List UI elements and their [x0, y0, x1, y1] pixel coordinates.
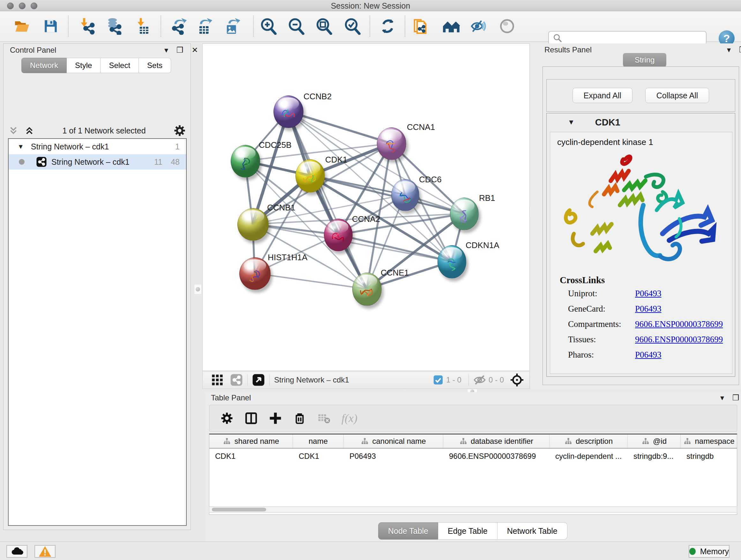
search-field[interactable]: [548, 31, 706, 45]
table-cell[interactable]: cyclin-dependent ...: [549, 449, 628, 464]
crosslink-link[interactable]: P06493: [635, 289, 662, 299]
panel-menu-icon[interactable]: ▾: [727, 45, 731, 54]
share-document-icon[interactable]: [412, 17, 430, 36]
table-cell[interactable]: CDK1: [293, 449, 344, 464]
export-table-icon[interactable]: [195, 17, 213, 36]
network-node-CDK1[interactable]: [295, 159, 325, 192]
zoom-out-icon[interactable]: [287, 17, 306, 36]
collection-expand-icon[interactable]: ▼: [17, 143, 24, 150]
birds-eye-view-icon[interactable]: [252, 374, 265, 386]
edge-CCNB2-CCNA1[interactable]: [288, 111, 391, 143]
tab-node-table[interactable]: Node Table: [378, 522, 438, 540]
expand-all-icon[interactable]: [24, 125, 35, 136]
panel-float-icon[interactable]: ❒: [732, 393, 739, 402]
tab-edge-table[interactable]: Edge Table: [438, 522, 497, 540]
crosslink-link[interactable]: P06493: [635, 350, 662, 360]
string-view-icon[interactable]: [230, 374, 243, 386]
network-node-CCNE1[interactable]: [352, 273, 382, 306]
zoom-selected-icon[interactable]: [343, 17, 361, 36]
network-node-CDC6[interactable]: [391, 179, 419, 211]
cloud-button[interactable]: [6, 545, 27, 558]
table-settings-gear-icon[interactable]: [220, 412, 233, 425]
column-header-namespace[interactable]: namespace: [681, 435, 737, 448]
table-cell[interactable]: P06493: [344, 449, 443, 464]
left-splitter-handle[interactable]: [194, 284, 202, 294]
function-builder-icon-disabled[interactable]: f(x): [341, 412, 357, 425]
crosslink-link[interactable]: P06493: [635, 304, 662, 314]
column-header-canonical-name[interactable]: canonical name: [344, 435, 443, 448]
table-horizontal-scrollbar[interactable]: [209, 506, 737, 513]
tab-network-table[interactable]: Network Table: [497, 522, 567, 540]
network-node-CCNA1[interactable]: [377, 127, 406, 160]
gear-icon[interactable]: [173, 124, 186, 137]
column-header-shared-name[interactable]: shared name: [209, 435, 293, 448]
expand-all-button[interactable]: Expand All: [572, 88, 632, 103]
network-canvas[interactable]: CCNB2CCNA1CDC25BCDK1CDC6RB1CCNB1CCNA2CDK…: [202, 44, 530, 371]
crosshair-icon[interactable]: [510, 373, 524, 387]
table-cell[interactable]: CDK1: [209, 449, 293, 464]
network-node-CCNB1[interactable]: [238, 208, 269, 241]
save-session-icon[interactable]: [42, 17, 60, 36]
network-node-HIST1H1A[interactable]: [239, 257, 271, 290]
import-table-file-icon[interactable]: [134, 17, 152, 36]
tab-style[interactable]: Style: [67, 58, 100, 73]
crosslink-link[interactable]: 9606.ENSP00000378699: [635, 334, 723, 345]
panel-menu-icon[interactable]: ▾: [720, 393, 724, 402]
network-collection-row[interactable]: ▼ String Network – cdk1 1: [9, 139, 186, 154]
tab-sets[interactable]: Sets: [139, 58, 171, 73]
add-column-icon[interactable]: [269, 412, 282, 425]
search-input[interactable]: [562, 33, 701, 43]
scrollbar-thumb[interactable]: [212, 508, 266, 511]
crosslink-link[interactable]: 9606.ENSP00000378699: [635, 319, 723, 329]
network-node-CDKN1A[interactable]: [437, 245, 466, 278]
tab-string[interactable]: String: [623, 53, 666, 67]
panel-menu-icon[interactable]: ▾: [164, 46, 168, 55]
panel-float-icon[interactable]: ❒: [739, 45, 741, 54]
edge-CCNA2-CDKN1A[interactable]: [338, 235, 452, 261]
zoom-in-icon[interactable]: [259, 17, 278, 36]
export-network-icon[interactable]: [170, 17, 188, 36]
memory-button[interactable]: Memory: [689, 545, 730, 558]
network-row[interactable]: String Network – cdk1 11 48: [9, 154, 186, 170]
column-header-description[interactable]: description: [549, 435, 628, 448]
warning-button[interactable]: [35, 545, 56, 558]
network-node-CCNA2[interactable]: [324, 219, 353, 251]
table-cell[interactable]: 9606.ENSP00000378699: [443, 449, 549, 464]
column-header-name[interactable]: name: [293, 435, 344, 448]
panel-float-icon[interactable]: ❒: [177, 46, 184, 55]
tab-select[interactable]: Select: [100, 58, 139, 73]
select-columns-icon[interactable]: [245, 412, 258, 425]
network-view-toolbar: String Network – cdk1 1 - 0 0 - 0: [202, 371, 530, 389]
apply-layout-icon[interactable]: [379, 17, 397, 36]
zoom-fit-icon[interactable]: [315, 17, 333, 36]
node-label-CCNB2: CCNB2: [304, 91, 332, 102]
toolbar-separator: [160, 16, 161, 37]
edge-HIST1H1A-CCNE1[interactable]: [255, 273, 367, 289]
delete-column-icon[interactable]: [293, 412, 307, 425]
network-node-CDC25B[interactable]: [231, 145, 260, 178]
column-header-database-identifier[interactable]: database identifier: [443, 435, 549, 448]
section-collapse-icon[interactable]: ▼: [568, 118, 575, 126]
cdk1-section-header[interactable]: ▼ CDK1: [547, 113, 735, 131]
table-cell[interactable]: stringdb:9...: [628, 449, 681, 464]
enhanced-labels-icon[interactable]: [469, 17, 488, 36]
glass-ball-icon[interactable]: [498, 17, 516, 36]
collapse-all-icon[interactable]: [8, 125, 19, 136]
column-header--id[interactable]: @id: [628, 435, 681, 448]
open-session-icon[interactable]: [13, 17, 31, 36]
tab-network[interactable]: Network: [21, 58, 67, 73]
table-row[interactable]: CDK1CDK1P064939606.ENSP00000378699cyclin…: [209, 449, 737, 464]
import-network-database-icon[interactable]: [105, 17, 123, 36]
home-icon[interactable]: [442, 17, 461, 36]
network-node-CCNB2[interactable]: [273, 96, 304, 128]
hidden-eye-slash-icon[interactable]: [473, 374, 486, 386]
panel-close-icon[interactable]: ✕: [192, 46, 198, 55]
network-node-RB1[interactable]: [450, 198, 479, 230]
table-cell[interactable]: stringdb: [681, 449, 737, 464]
delete-table-icon-disabled[interactable]: [317, 412, 331, 425]
export-image-icon[interactable]: [222, 17, 241, 36]
import-network-file-icon[interactable]: [77, 17, 96, 36]
collapse-all-button[interactable]: Collapse All: [645, 88, 710, 103]
grid-view-icon[interactable]: [211, 374, 224, 386]
selected-checkbox-icon[interactable]: [433, 374, 444, 385]
